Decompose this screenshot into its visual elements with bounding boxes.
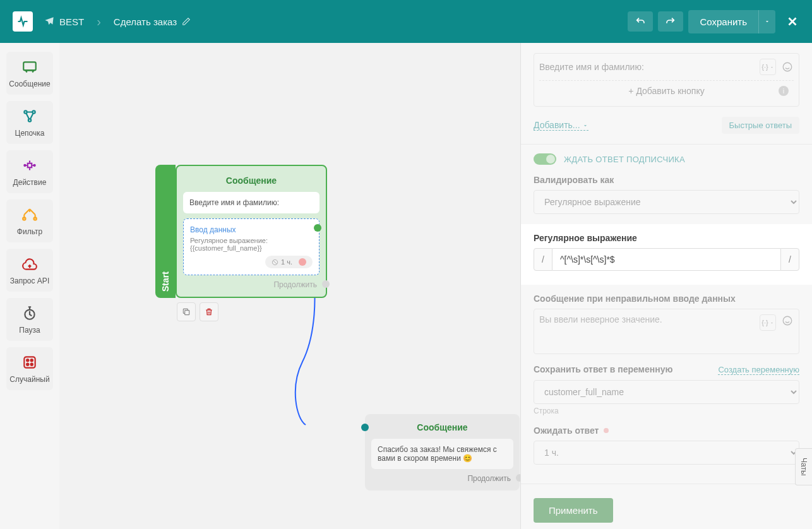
save-variable-select[interactable]: customer_full_name (534, 380, 799, 404)
svg-point-14 (31, 364, 33, 366)
data-input-title: Ввод данных (190, 225, 313, 234)
node-message-1[interactable]: Сообщение Введите имя и фамилию: Ввод да… (176, 165, 327, 298)
save-var-label: Сохранить ответ в переменную (534, 364, 672, 374)
emoji-button[interactable] (781, 61, 794, 73)
flow-canvas[interactable]: Start Сообщение Введите имя и фамилию: В… (59, 43, 520, 529)
emoji-button[interactable] (781, 314, 794, 327)
tool-message[interactable]: Сообщение (6, 52, 53, 95)
svg-point-5 (24, 165, 25, 166)
svg-point-11 (27, 359, 28, 361)
flow-node-start[interactable]: Start Сообщение Введите имя и фамилию: В… (155, 165, 327, 298)
connector-in[interactable] (361, 424, 369, 431)
breadcrumb-bot[interactable]: BEST (44, 16, 84, 27)
breadcrumb: BEST › Сделать заказ (44, 15, 191, 29)
wait-reply-toggle-row: ЖДАТЬ ОТВЕТ ПОДПИСЧИКА (534, 153, 799, 165)
undo-button[interactable] (628, 11, 653, 32)
action-icon (21, 157, 39, 174)
tool-chain[interactable]: Цепочка (6, 101, 53, 144)
svg-point-2 (32, 110, 35, 113)
regex-slash-right: / (780, 248, 799, 271)
svg-point-17 (783, 62, 792, 71)
message-icon (21, 58, 39, 76)
element-toolbar: Сообщение Цепочка Действие Фильтр Запрос… (0, 43, 59, 529)
svg-rect-4 (28, 163, 32, 168)
filter-icon (21, 206, 39, 223)
svg-rect-10 (24, 357, 35, 367)
message-text-value[interactable]: Введите имя и фамилию: (539, 62, 760, 72)
wait-answer-select[interactable]: 1 ч. (534, 441, 799, 465)
insert-variable-button[interactable]: {·} (760, 314, 776, 331)
regex-label: Регулярное выражение (534, 233, 799, 243)
node-message-2[interactable]: Сообщение Спасибо за заказ! Мы свяжемся … (365, 414, 520, 490)
validate-as-label: Валидировать как (534, 175, 799, 185)
edit-icon[interactable] (182, 17, 191, 26)
breadcrumb-page[interactable]: Сделать заказ (114, 16, 191, 27)
save-dropdown-button[interactable] (758, 10, 775, 33)
svg-rect-0 (23, 62, 36, 70)
svg-point-18 (783, 316, 792, 325)
connector-out-green[interactable] (314, 224, 321, 232)
node-continue-label[interactable]: Продолжить (371, 469, 513, 484)
node-message-text: Спасибо за заказ! Мы свяжемся с вами в с… (371, 439, 513, 469)
wait-reply-toggle[interactable] (534, 153, 556, 165)
page-name: Сделать заказ (114, 16, 177, 27)
save-button[interactable]: Сохранить (688, 10, 758, 33)
start-tag: Start (155, 165, 176, 298)
svg-rect-16 (185, 311, 189, 315)
regex-input[interactable] (552, 248, 780, 271)
node-actions (177, 302, 218, 321)
apply-button[interactable]: Применить (534, 498, 613, 523)
chats-tab[interactable]: Чаты (795, 448, 812, 485)
bot-name: BEST (59, 16, 84, 27)
close-button[interactable] (785, 15, 799, 28)
connector-out-timeout[interactable] (299, 258, 306, 266)
add-button-row[interactable]: + Добавить кнопку i (539, 80, 794, 101)
data-input-variable: {{customer_full_name}} (190, 244, 313, 252)
node-data-input-block[interactable]: Ввод данных Регулярное выражение: {{cust… (183, 218, 319, 275)
error-message-box[interactable]: Вы ввели неверное значение. {·} (534, 309, 799, 354)
svg-point-6 (34, 165, 35, 166)
tool-pause[interactable]: Пауза (6, 298, 53, 341)
svg-point-12 (31, 359, 33, 361)
info-icon[interactable]: i (779, 86, 789, 96)
telegram-icon (44, 16, 54, 27)
error-message-value: Вы ввели неверное значение. (539, 314, 760, 348)
timeout-indicator-dot (604, 428, 609, 433)
insert-variable-button[interactable]: {·} (760, 59, 776, 75)
variable-type-label: Строка (534, 407, 799, 415)
add-dropdown-link[interactable]: Добавить... (534, 120, 588, 131)
connector-continue[interactable] (322, 280, 330, 288)
message-text-box: Введите имя и фамилию: {·} + Добавить кн… (534, 53, 799, 107)
tool-filter[interactable]: Фильтр (6, 199, 53, 242)
node-timer-badge: 1 ч. (265, 256, 313, 268)
chain-icon (21, 107, 39, 125)
svg-point-13 (27, 364, 28, 366)
node-copy-button[interactable] (177, 302, 196, 321)
wait-answer-label: Ожидать ответ (534, 425, 599, 436)
redo-button[interactable] (658, 11, 683, 32)
node-title: Сообщение (183, 172, 319, 192)
tool-random[interactable]: Случайный (6, 347, 53, 390)
breadcrumb-separator: › (97, 15, 101, 29)
node-message-text: Введите имя и фамилию: (183, 192, 319, 213)
wait-reply-label: ЖДАТЬ ОТВЕТ ПОДПИСЧИКА (564, 155, 685, 164)
tool-api[interactable]: Запрос API (6, 249, 53, 292)
data-input-subtitle: Регулярное выражение: (190, 237, 313, 244)
regex-slash-left: / (534, 248, 552, 271)
header-actions: Сохранить (628, 10, 799, 33)
cloud-icon (21, 255, 39, 273)
tool-action[interactable]: Действие (6, 150, 53, 193)
quick-replies-link[interactable]: Быстрые ответы (722, 117, 800, 134)
node-delete-button[interactable] (200, 302, 218, 321)
regex-input-row: / / (534, 248, 799, 271)
node-title: Сообщение (371, 420, 513, 439)
svg-point-1 (24, 110, 27, 113)
stopwatch-icon (21, 304, 39, 322)
app-logo[interactable] (13, 11, 33, 32)
node-continue-label[interactable]: Продолжить (183, 275, 319, 290)
svg-point-3 (28, 119, 31, 121)
create-variable-link[interactable]: Создать переменную (718, 365, 799, 375)
app-header: BEST › Сделать заказ Сохранить (0, 0, 812, 43)
validate-as-select[interactable]: Регулярное выражение (534, 190, 799, 214)
properties-panel: Введите имя и фамилию: {·} + Добавить кн… (520, 43, 812, 529)
